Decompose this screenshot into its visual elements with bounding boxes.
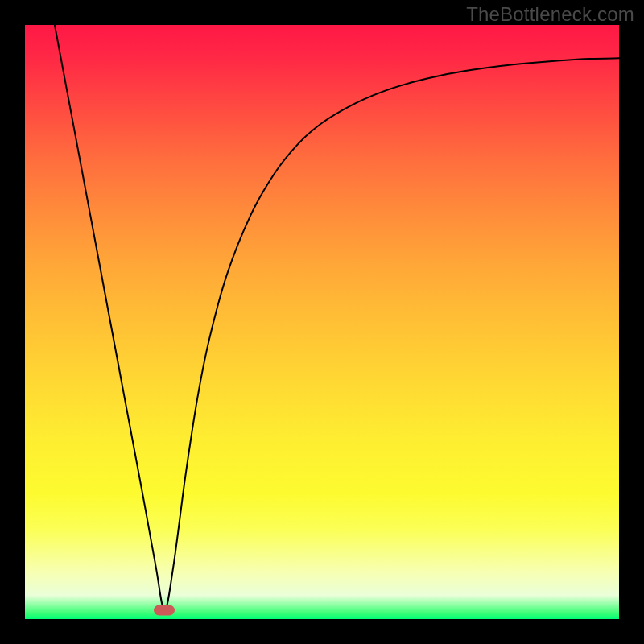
- curve-path: [55, 25, 619, 610]
- watermark-text: TheBottleneck.com: [466, 3, 634, 26]
- curve-svg: [25, 25, 619, 619]
- min-marker: [154, 605, 175, 615]
- chart-frame: TheBottleneck.com: [0, 0, 644, 644]
- plot-area: [25, 25, 619, 619]
